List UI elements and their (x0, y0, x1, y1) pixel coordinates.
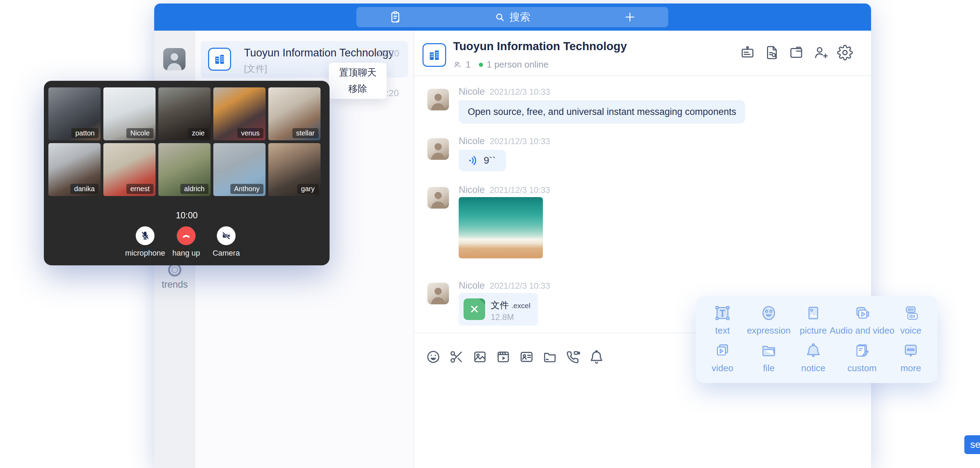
participant-tile: aldrich (158, 143, 210, 196)
sender-avatar[interactable] (427, 89, 449, 110)
file-extension: .excel (511, 302, 530, 310)
file-message[interactable]: ✕ 文件 .excel 12.8M (459, 293, 538, 326)
chat-panel: Tuoyun Information Technology 1 1 person… (414, 30, 871, 468)
message-time: 2021/12/3 10:33 (490, 87, 550, 97)
microphone-button[interactable] (136, 226, 154, 245)
message-header: Nicole 2021/12/3 10:33 (459, 185, 550, 195)
participant-name: patton (72, 128, 99, 138)
voice-message[interactable]: 9`` (459, 150, 506, 171)
notification-icon[interactable] (589, 349, 604, 364)
hang-up-icon (181, 230, 192, 241)
message-header: Nicole 2021/12/3 10:33 (459, 280, 550, 291)
panel-item-voice[interactable]: voice (871, 304, 951, 336)
folder-icon[interactable] (542, 349, 557, 364)
sender-name: Nicole (459, 136, 485, 147)
participant-tile: gary (268, 143, 321, 196)
building-icon (213, 52, 227, 66)
message-header: Nicole 2021/12/3 10:33 (459, 136, 550, 147)
participant-tile: patton (48, 88, 100, 141)
settings-icon[interactable] (837, 45, 853, 61)
group-avatar (208, 48, 231, 71)
conversation-preview: [文件] (244, 63, 267, 75)
sender-name: Nicole (459, 280, 485, 291)
participant-tile: ernest (103, 143, 156, 196)
add-icon[interactable] (624, 11, 636, 23)
sender-avatar[interactable] (427, 138, 449, 160)
camera-label: Camera (195, 249, 258, 258)
notice-bell-icon (805, 342, 822, 359)
sender-name: Nicole (459, 86, 485, 97)
message-time: 2021/12/3 10:33 (490, 136, 550, 146)
sender-name: Nicole (459, 185, 485, 195)
menu-item-remove[interactable]: 移除 (329, 81, 387, 97)
participant-grid: patton Nicole zoie venus stellar danika … (48, 88, 321, 196)
participant-name: danika (70, 184, 99, 194)
participant-name: Anthony (231, 184, 263, 194)
conversation-context-menu: 置顶聊天 移除 (329, 63, 387, 99)
participant-name: Nicole (126, 128, 153, 138)
emoji-icon[interactable] (426, 349, 441, 364)
message-time: 2021/12/3 10:33 (490, 281, 550, 291)
participant-name: aldrich (180, 184, 208, 194)
camera-off-icon (221, 230, 231, 241)
participant-name: gary (297, 184, 318, 194)
file-name: 文件 (491, 300, 509, 310)
my-avatar[interactable] (163, 48, 186, 70)
message-time: 2021/12/3 10:33 (490, 185, 550, 195)
send-button[interactable]: sending (964, 435, 980, 454)
header-divider (414, 75, 871, 76)
mic-off-icon (140, 230, 150, 241)
participant-name: venus (237, 128, 263, 138)
message-header: Nicole 2021/12/3 10:33 (459, 86, 550, 97)
participant-tile: zoie (158, 88, 210, 141)
image-message[interactable] (459, 197, 543, 259)
message-type-panel: text expression picture Audio and video (696, 296, 937, 383)
screenshot-icon[interactable] (449, 349, 464, 364)
file-size: 12.8M (491, 312, 514, 322)
members-icon (453, 60, 462, 69)
panel-item-more[interactable]: more (871, 342, 951, 374)
sidebar-item-trends[interactable]: trends (154, 263, 195, 290)
contact-card-icon[interactable] (519, 349, 534, 364)
participant-name: stellar (292, 128, 318, 138)
sender-avatar[interactable] (427, 283, 449, 304)
chat-history-icon[interactable] (764, 45, 780, 61)
voice-duration: 9`` (484, 155, 496, 166)
group-file-icon[interactable] (788, 45, 804, 61)
participant-name: ernest (126, 184, 153, 194)
custom-icon (853, 342, 871, 359)
menu-item-pin[interactable]: 置顶聊天 (329, 64, 387, 81)
building-icon (427, 48, 442, 62)
image-icon[interactable] (472, 349, 488, 364)
excel-file-icon: ✕ (463, 299, 485, 320)
add-member-icon[interactable] (813, 45, 829, 61)
more-icon (902, 342, 920, 359)
participant-tile: venus (213, 88, 266, 141)
video-call-icon[interactable] (566, 349, 581, 364)
video-call-overlay: patton Nicole zoie venus stellar danika … (44, 81, 329, 265)
picture-icon (805, 304, 822, 322)
group-notice-icon[interactable] (740, 45, 756, 61)
conversation-title: Tuoyun Information Technology (244, 47, 394, 59)
voice-play-icon (467, 155, 479, 166)
chat-subtitle: 1 1 person online (453, 59, 549, 70)
voice-icon (902, 304, 920, 322)
top-bar: 搜索 (154, 3, 871, 30)
online-text: 1 person online (487, 59, 549, 70)
search-input[interactable]: 搜索 (356, 7, 668, 27)
text-message[interactable]: Open source, free, and universal instant… (459, 100, 745, 124)
sender-avatar[interactable] (427, 187, 449, 209)
online-dot (479, 63, 483, 67)
video-icon[interactable] (496, 349, 511, 364)
participant-tile: stellar (268, 88, 321, 141)
contact-list-icon[interactable] (388, 10, 402, 24)
hang-up-button[interactable] (177, 226, 196, 245)
search-placeholder: 搜索 (509, 10, 530, 24)
participant-tile: Anthony (213, 143, 266, 196)
participant-tile: Nicole (103, 88, 156, 141)
camera-button[interactable] (217, 226, 235, 245)
conversation-time: 15:20 (377, 48, 399, 59)
trends-label: trends (154, 279, 195, 290)
participant-tile: danika (48, 143, 100, 196)
participant-name: zoie (188, 128, 208, 138)
